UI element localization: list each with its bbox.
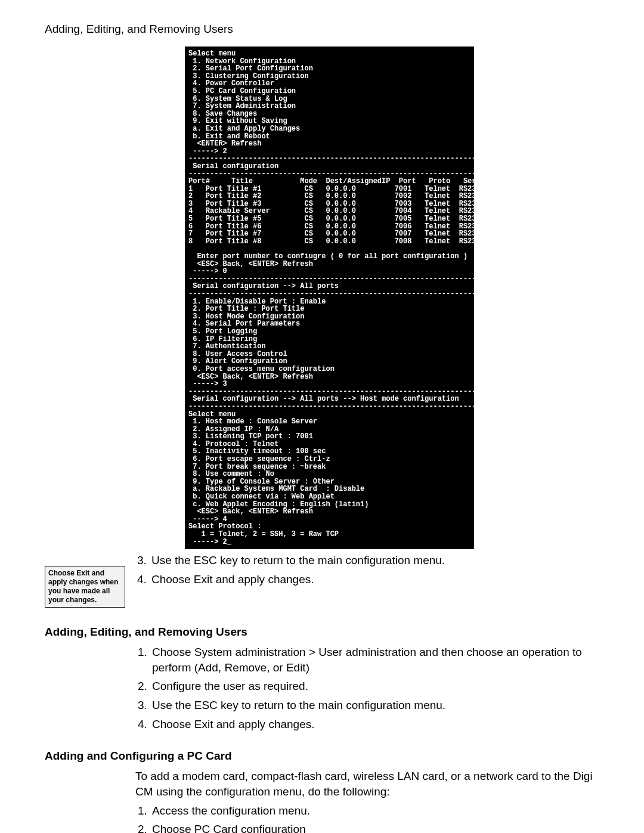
step-number: 2. — [135, 679, 152, 694]
section-heading-pccard: Adding and Configuring a PC Card — [45, 750, 599, 763]
content-row: Choose Exit and apply changes when you h… — [45, 553, 599, 608]
body-column: 3. Use the ESC key to return to the main… — [125, 553, 599, 590]
margin-column: Choose Exit and apply changes when you h… — [45, 553, 125, 608]
list-item: 2. Choose PC Card configuration — [135, 822, 599, 833]
step-number: 2. — [135, 822, 152, 833]
step-text: Access the configuration menu. — [152, 803, 310, 819]
intro-paragraph: To add a modem card, compact-flash card,… — [135, 769, 599, 799]
section-body-pccard: To add a modem card, compact-flash card,… — [135, 769, 599, 833]
margin-note: Choose Exit and apply changes when you h… — [45, 566, 125, 608]
list-item: 4. Choose Exit and apply changes. — [135, 717, 599, 732]
step-text: Use the ESC key to return to the main co… — [151, 553, 445, 568]
list-item: 4. Choose Exit and apply changes. — [135, 572, 599, 587]
list-item: 3. Use the ESC key to return to the main… — [135, 553, 599, 568]
section-heading-users: Adding, Editing, and Removing Users — [45, 625, 599, 639]
list-item: 1. Access the configuration menu. — [135, 803, 599, 819]
step-text: Use the ESC key to return to the main co… — [152, 698, 445, 713]
step-list-users: 1. Choose System administration > User a… — [135, 645, 599, 732]
list-item: 1. Choose System administration > User a… — [135, 645, 599, 675]
step-number: 3. — [135, 698, 152, 713]
step-text: Choose System administration > User admi… — [152, 645, 599, 675]
step-number: 3. — [135, 553, 151, 568]
step-text: Choose Exit and apply changes. — [151, 572, 314, 587]
step-number: 1. — [135, 645, 152, 675]
step-number: 1. — [135, 803, 152, 819]
step-text: Choose Exit and apply changes. — [152, 717, 315, 732]
list-item: 2. Configure the user as required. — [135, 679, 599, 694]
step-number: 4. — [135, 717, 152, 732]
running-header: Adding, Editing, and Removing Users — [45, 23, 599, 36]
section-body-users: 1. Choose System administration > User a… — [135, 645, 599, 732]
step-list-top: 3. Use the ESC key to return to the main… — [135, 553, 599, 587]
list-item: 3. Use the ESC key to return to the main… — [135, 698, 599, 713]
terminal-screenshot: Select menu 1. Network Configuration 2. … — [185, 47, 474, 549]
step-text: Configure the user as required. — [152, 679, 308, 694]
step-list-pccard: 1. Access the configuration menu. 2. Cho… — [135, 803, 599, 833]
step-text: Choose PC Card configuration — [152, 822, 306, 833]
page: Adding, Editing, and Removing Users Sele… — [0, 0, 644, 833]
step-number: 4. — [135, 572, 151, 587]
